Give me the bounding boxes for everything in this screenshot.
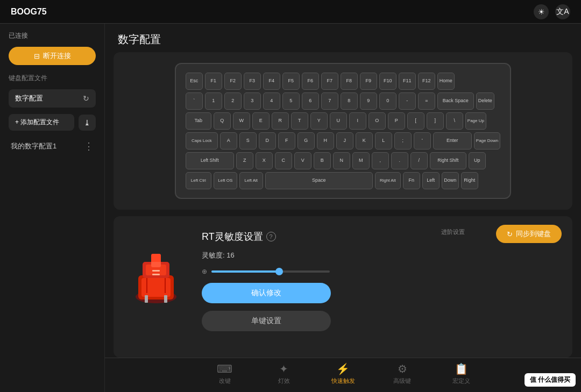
add-config-button[interactable]: + 添加配置文件 bbox=[9, 114, 74, 131]
key-rightalt[interactable]: Right Alt bbox=[375, 172, 401, 189]
key-right[interactable]: Right bbox=[461, 172, 478, 189]
refresh-icon[interactable]: ↻ bbox=[83, 94, 89, 103]
nav-item-lighting[interactable]: ✦ 灯效 bbox=[271, 362, 297, 389]
advanced-settings-link[interactable]: 进阶设置 bbox=[441, 228, 465, 236]
key-f2[interactable]: F2 bbox=[224, 73, 242, 90]
key-leftos[interactable]: Left OS bbox=[214, 172, 237, 189]
key-pageup[interactable]: Page Up bbox=[465, 112, 486, 130]
key-z[interactable]: Z bbox=[236, 152, 253, 169]
single-key-setting-button[interactable]: 单键设置 bbox=[202, 311, 331, 331]
key-4[interactable]: 4 bbox=[263, 92, 280, 110]
language-toggle-button[interactable]: 文A bbox=[555, 4, 570, 19]
key-w[interactable]: W bbox=[233, 112, 250, 130]
key-esc[interactable]: Esc bbox=[186, 73, 203, 90]
key-f8[interactable]: F8 bbox=[341, 73, 358, 90]
key-b[interactable]: B bbox=[314, 152, 331, 169]
key-f9[interactable]: F9 bbox=[360, 73, 377, 90]
key-v[interactable]: V bbox=[294, 152, 311, 169]
key-d[interactable]: D bbox=[259, 132, 276, 149]
key-f6[interactable]: F6 bbox=[302, 73, 319, 90]
key-f4[interactable]: F4 bbox=[263, 73, 280, 90]
key-left[interactable]: Left bbox=[422, 172, 440, 189]
key-enter[interactable]: Enter bbox=[433, 132, 472, 149]
key-f12[interactable]: F12 bbox=[418, 73, 435, 90]
key-f[interactable]: F bbox=[278, 132, 295, 149]
nav-item-remap[interactable]: ⌨ 改键 bbox=[211, 362, 238, 389]
digital-config-item[interactable]: 数字配置 ↻ bbox=[9, 89, 96, 108]
key-up[interactable]: Up bbox=[469, 152, 486, 169]
key-2[interactable]: 2 bbox=[224, 92, 242, 110]
nav-item-macro[interactable]: 📋 宏定义 bbox=[448, 362, 475, 389]
key-space[interactable]: Space bbox=[265, 172, 373, 189]
key-leftshift[interactable]: Left Shift bbox=[186, 152, 234, 169]
key-g[interactable]: G bbox=[297, 132, 315, 149]
key-1[interactable]: 1 bbox=[205, 92, 222, 110]
key-c[interactable]: C bbox=[275, 152, 292, 169]
key-backspace[interactable]: Back Space bbox=[437, 92, 474, 110]
more-options-icon[interactable]: ⋮ bbox=[84, 140, 94, 152]
disconnect-button[interactable]: ⊟ 断开连接 bbox=[9, 47, 96, 65]
key-y[interactable]: Y bbox=[310, 112, 328, 130]
key-h[interactable]: H bbox=[317, 132, 334, 149]
key-semicolon[interactable]: ; bbox=[394, 132, 412, 149]
key-r[interactable]: R bbox=[272, 112, 289, 130]
key-home[interactable]: Home bbox=[437, 73, 455, 90]
sensitivity-slider[interactable] bbox=[211, 270, 330, 273]
key-leftalt[interactable]: Left Alt bbox=[239, 172, 263, 189]
key-i[interactable]: I bbox=[349, 112, 366, 130]
key-f7[interactable]: F7 bbox=[321, 73, 338, 90]
key-t[interactable]: T bbox=[291, 112, 308, 130]
key-m[interactable]: M bbox=[352, 152, 370, 169]
key-o[interactable]: O bbox=[369, 112, 386, 130]
key-f1[interactable]: F1 bbox=[205, 73, 222, 90]
key-n[interactable]: N bbox=[333, 152, 350, 169]
key-minus[interactable]: - bbox=[399, 92, 416, 110]
key-u[interactable]: U bbox=[330, 112, 347, 130]
help-icon[interactable]: ? bbox=[266, 232, 276, 241]
key-p[interactable]: P bbox=[388, 112, 405, 130]
key-e[interactable]: E bbox=[252, 112, 270, 130]
key-quote[interactable]: ' bbox=[414, 132, 431, 149]
key-backtick[interactable]: ` bbox=[186, 92, 203, 110]
key-backslash[interactable]: \ bbox=[446, 112, 463, 130]
key-leftctrl[interactable]: Left Ctrl bbox=[186, 172, 211, 189]
key-rbracket[interactable]: ] bbox=[427, 112, 444, 130]
key-f3[interactable]: F3 bbox=[244, 73, 261, 90]
key-period[interactable]: . bbox=[391, 152, 408, 169]
key-0[interactable]: 0 bbox=[379, 92, 396, 110]
nav-item-advanced-keys[interactable]: ⚙ 高级键 bbox=[389, 362, 416, 389]
confirm-modify-button[interactable]: 确认修改 bbox=[202, 283, 331, 303]
key-rightshift[interactable]: Right Shift bbox=[430, 152, 466, 169]
key-x[interactable]: X bbox=[256, 152, 273, 169]
key-7[interactable]: 7 bbox=[321, 92, 338, 110]
theme-toggle-button[interactable]: ☀ bbox=[534, 4, 549, 19]
main-layout: 已连接 ⊟ 断开连接 键盘配置文件 数字配置 ↻ + 添加配置文件 ⤓ 我的数字… bbox=[0, 24, 581, 392]
key-q[interactable]: Q bbox=[214, 112, 231, 130]
key-8[interactable]: 8 bbox=[341, 92, 358, 110]
key-pagedown[interactable]: Page Down bbox=[474, 132, 500, 149]
key-l[interactable]: L bbox=[375, 132, 392, 149]
nav-item-rapid-trigger[interactable]: ⚡ 快速触发 bbox=[330, 362, 357, 389]
key-lbracket[interactable]: [ bbox=[407, 112, 424, 130]
key-tab[interactable]: Tab bbox=[186, 112, 211, 130]
key-down[interactable]: Down bbox=[442, 172, 459, 189]
key-equals[interactable]: = bbox=[418, 92, 435, 110]
key-9[interactable]: 9 bbox=[360, 92, 377, 110]
key-f10[interactable]: F10 bbox=[379, 73, 396, 90]
key-s[interactable]: S bbox=[239, 132, 257, 149]
key-f5[interactable]: F5 bbox=[282, 73, 300, 90]
key-fn[interactable]: Fn bbox=[403, 172, 420, 189]
key-k[interactable]: K bbox=[356, 132, 373, 149]
key-comma[interactable]: , bbox=[372, 152, 389, 169]
key-slash[interactable]: / bbox=[410, 152, 428, 169]
key-capslock[interactable]: Caps Lock bbox=[186, 132, 218, 149]
import-button[interactable]: ⤓ bbox=[79, 115, 96, 131]
key-delete[interactable]: Delete bbox=[476, 92, 494, 110]
key-f11[interactable]: F11 bbox=[399, 73, 416, 90]
key-a[interactable]: A bbox=[220, 132, 237, 149]
key-3[interactable]: 3 bbox=[244, 92, 261, 110]
key-5[interactable]: 5 bbox=[282, 92, 300, 110]
key-j[interactable]: J bbox=[336, 132, 353, 149]
sync-to-keyboard-button[interactable]: ↻ 同步到键盘 bbox=[496, 225, 562, 243]
key-6[interactable]: 6 bbox=[302, 92, 319, 110]
